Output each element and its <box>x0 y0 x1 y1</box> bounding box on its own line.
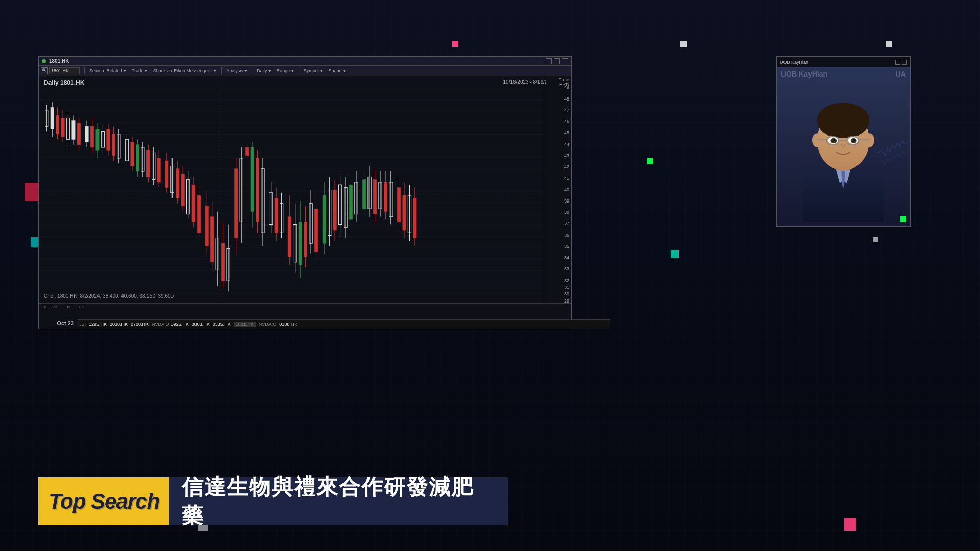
svg-rect-87 <box>288 217 291 257</box>
svg-rect-15 <box>77 123 80 145</box>
ticker-0388: 0388.HK <box>279 322 297 327</box>
ticker-jst-label: JST <box>79 322 87 327</box>
svg-rect-27 <box>112 134 115 156</box>
svg-rect-51 <box>181 174 184 206</box>
tick-16: 16 <box>42 305 46 309</box>
tick-30: 30 <box>66 305 70 309</box>
svg-rect-49 <box>176 169 179 198</box>
price-33: 33 <box>564 266 569 271</box>
svg-point-142 <box>819 113 868 138</box>
svg-rect-19 <box>90 126 93 147</box>
svg-rect-21 <box>96 129 99 150</box>
svg-rect-17 <box>85 126 88 142</box>
svg-rect-121 <box>384 182 387 211</box>
svg-point-149 <box>833 139 835 141</box>
ticker-1801: 1801.HK <box>234 322 256 327</box>
ticker-nvda2-label: NVDA:O <box>259 322 277 327</box>
price-29: 29 <box>564 298 569 303</box>
webcam-title: UOB KayHian <box>780 60 808 65</box>
price-42: 42 <box>564 164 569 169</box>
ticker-nvda-val: 0925.HK <box>171 322 189 327</box>
svg-rect-9 <box>61 118 64 137</box>
svg-rect-75 <box>251 147 254 211</box>
price-46: 46 <box>564 119 569 124</box>
svg-rect-5 <box>51 108 54 129</box>
ticker-1801-label: 1801.HK <box>236 322 254 327</box>
price-36: 36 <box>564 233 569 238</box>
svg-rect-39 <box>146 150 150 177</box>
price-39: 39 <box>564 198 569 204</box>
svg-rect-99 <box>323 195 326 243</box>
price-41: 41 <box>564 176 569 181</box>
ticker-nvda: NVDA:O 0925.HK <box>152 322 189 327</box>
ticker-0335-val: 0335.HK <box>213 322 231 327</box>
minimize-btn[interactable] <box>546 58 552 64</box>
toolbar-search-related[interactable]: Search: Related ▾ <box>87 68 128 74</box>
toolbar-sep-2 <box>221 67 222 74</box>
person-figure <box>777 61 910 222</box>
deco-white-square-ttr <box>886 41 892 47</box>
deco-white-square-wc <box>873 237 878 242</box>
svg-rect-57 <box>197 195 200 233</box>
chart-toolbar: 🔍 Search: Related ▾ Trade ▾ Share via Ei… <box>39 66 571 76</box>
webcam-watermark-right: UA <box>896 70 906 78</box>
ticker-0883-val: 0883.HK <box>192 322 210 327</box>
ticker-2038: 2038.HK <box>110 322 128 327</box>
deco-green-square-wc <box>647 158 653 164</box>
maximize-btn[interactable] <box>554 58 560 64</box>
webcam-watermark-left: UOB KayHian <box>781 70 827 78</box>
price-34: 34 <box>564 255 569 260</box>
toolbar-share[interactable]: Share via Eikon Messenger... ▾ <box>151 68 219 74</box>
webcam-titlebar: UOB KayHian <box>777 57 910 67</box>
candlestick-chart <box>39 89 546 302</box>
toolbar-trade[interactable]: Trade ▾ <box>130 68 150 74</box>
webcam-overlay: UOB KayHian <box>776 56 911 227</box>
svg-rect-109 <box>349 185 352 219</box>
ticker-0700-val: 0700.HK <box>131 322 149 327</box>
toolbar-symbol[interactable]: Symbol ▾ <box>302 68 325 74</box>
chart-titlebar: 1801.HK <box>39 57 571 66</box>
svg-rect-131 <box>413 198 416 238</box>
chart-window: 1801.HK 🔍 Search: Related ▾ Trade ▾ Shar… <box>38 56 572 329</box>
toolbar-shape[interactable]: Shape ▾ <box>326 68 348 74</box>
month-oct23: Oct 23 <box>57 320 74 327</box>
toolbar-range[interactable]: Range ▾ <box>275 68 296 74</box>
price-38: 38 <box>564 210 569 215</box>
price-35: 35 <box>564 244 569 249</box>
chart-info: Cndl, 1801 HK, 8/2/2024, 38.400, 40.600,… <box>44 293 174 299</box>
ticker-2038-val: 2038.HK <box>110 322 128 327</box>
close-btn[interactable] <box>562 58 568 64</box>
search-content-text: 信達生物與禮來合作研發減肥藥 <box>182 473 496 530</box>
svg-rect-13 <box>72 121 75 140</box>
svg-rect-97 <box>314 209 317 252</box>
price-47: 47 <box>564 108 569 113</box>
webcam-minimize[interactable] <box>895 60 900 65</box>
ticker-jst: JST 1295.HK <box>79 322 107 327</box>
svg-rect-125 <box>397 187 400 222</box>
price-49: 49 <box>564 85 569 90</box>
price-48: 48 <box>564 96 569 102</box>
price-37: 37 <box>564 221 569 226</box>
person-container <box>777 57 910 226</box>
webcam-close[interactable] <box>902 60 907 65</box>
svg-rect-77 <box>256 158 259 222</box>
svg-rect-65 <box>221 243 224 281</box>
svg-rect-127 <box>403 195 406 230</box>
price-44: 44 <box>564 142 569 147</box>
symbol-input[interactable] <box>49 67 80 74</box>
svg-rect-25 <box>107 129 110 150</box>
ticker-nvda2: NVDA:O <box>259 322 277 327</box>
search-icon[interactable]: 🔍 <box>41 67 48 74</box>
svg-rect-61 <box>211 217 214 262</box>
svg-rect-7 <box>56 115 59 134</box>
deco-pink-square-br <box>844 518 856 531</box>
svg-point-144 <box>864 133 874 147</box>
svg-rect-91 <box>299 222 302 265</box>
svg-rect-59 <box>205 206 208 246</box>
toolbar-daily[interactable]: Daily ▾ <box>255 68 273 74</box>
price-32: 32 <box>564 278 569 283</box>
price-43: 43 <box>564 153 569 158</box>
toolbar-analysis[interactable]: Analysis ▾ <box>224 68 249 74</box>
svg-rect-117 <box>373 180 376 214</box>
search-label-box: Top Search <box>38 477 169 525</box>
